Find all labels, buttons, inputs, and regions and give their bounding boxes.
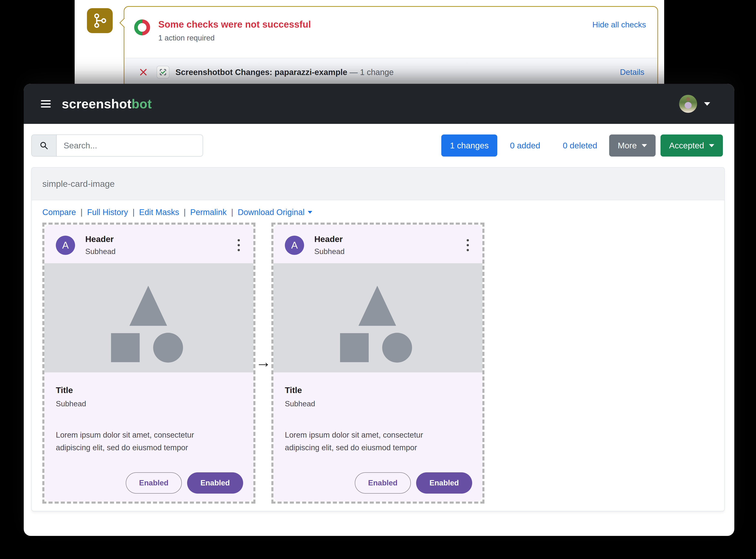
enabled-filled-button: Enabled [187,472,243,494]
three-dot-menu-icon [238,239,240,251]
screenshot-frame-glyph [159,68,167,76]
status-donut-icon [134,19,150,35]
triangle-shape [359,286,396,326]
more-caret-icon [642,144,647,147]
brand-logo-white: screenshot [62,97,131,111]
download-original-link[interactable]: Download Original [238,208,305,217]
comparison-row: A Header Subhead [42,223,714,504]
accepted-button-label: Accepted [669,141,704,151]
triangle-shape [129,286,167,326]
screenshot-before[interactable]: A Header Subhead [42,223,255,504]
card-header-subhead: Subhead [314,247,345,256]
accepted-caret-icon [709,144,714,147]
card-header: A Header Subhead [44,225,253,263]
card-header-subhead: Subhead [85,247,115,256]
search-icon [32,135,57,156]
change-arrow-icon: → [255,353,272,371]
search-input[interactable] [57,135,203,156]
navbar-user-menu[interactable] [679,95,710,113]
more-button-label: More [618,141,637,151]
status-texts: Some checks were not successful 1 action… [158,19,311,42]
card-header-title: Header [314,234,345,244]
brand-logo[interactable]: screenshotbot [62,96,152,111]
x-icon [139,67,148,77]
card-subhead: Subhead [285,400,472,408]
git-branch-glyph [92,13,107,29]
details-link[interactable]: Details [620,68,644,77]
square-shape [111,333,140,362]
toolbar: 1 changes 0 added 0 deleted More Accepte… [24,134,734,157]
edit-masks-link[interactable]: Edit Masks [139,208,179,217]
download-caret-icon [308,211,312,214]
user-menu-caret-icon [704,102,710,106]
enabled-outlined-button: Enabled [126,472,182,494]
card-actions: Enabled Enabled [285,472,472,494]
enabled-filled-button: Enabled [416,472,472,494]
screenshot-after[interactable]: A Header Subhead [272,223,484,504]
checks-status-title: Some checks were not successful [158,19,311,29]
card-avatar: A [56,236,75,255]
card-text: Lorem ipsum dolor sit amet, consectetura… [56,429,243,454]
hide-all-checks-link[interactable]: Hide all checks [592,20,646,29]
github-checks-banner: Some checks were not successful 1 action… [74,0,664,86]
screenshot-panel-body: Compare| Full History| Edit Masks| Perma… [32,200,724,504]
screenshot-name-header: simple-card-image [32,167,724,200]
brand-logo-green: bot [131,97,152,111]
navbar: screenshotbot [24,84,734,124]
permalink-link[interactable]: Permalink [190,208,226,217]
card-title: Title [56,385,243,395]
enabled-outlined-button: Enabled [355,472,411,494]
card-header-texts: Header Subhead [314,234,345,256]
full-history-link[interactable]: Full History [87,208,128,217]
check-row: Screenshotbot Changes: paparazzi-example… [124,58,657,86]
card-text-line2: adipiscing elit, sed do eiusmod tempor [56,443,188,452]
more-button[interactable]: More [609,134,655,157]
material-card: A Header Subhead [44,225,253,501]
square-shape [340,333,369,362]
added-link[interactable]: 0 added [510,141,540,151]
three-dot-menu-icon [467,239,469,251]
desktop-background: Some checks were not successful 1 action… [0,0,756,559]
action-links-row: Compare| Full History| Edit Masks| Perma… [42,208,714,217]
compare-link[interactable]: Compare [42,208,76,217]
link-separator: | [132,208,134,217]
card-header: A Header Subhead [274,225,482,263]
card-body: Title Subhead Lorem ipsum dolor sit amet… [274,373,482,494]
card-text: Lorem ipsum dolor sit amet, consectetura… [285,429,472,454]
screenshot-name: simple-card-image [42,179,115,189]
card-text-line2: adipiscing elit, sed do eiusmod tempor [285,443,417,452]
changes-button[interactable]: 1 changes [441,134,497,157]
placeholder-image [44,263,253,373]
material-card: A Header Subhead [274,225,482,501]
card-text-line1: Lorem ipsum dolor sit amet, consectetur [285,431,423,439]
card-actions: Enabled Enabled [56,472,243,494]
card-body: Title Subhead Lorem ipsum dolor sit amet… [44,373,253,494]
hamburger-menu-icon[interactable] [41,100,51,108]
link-separator: | [81,208,83,217]
screenshotbot-check-icon [157,66,169,79]
screenshotbot-window: screenshotbot 1 changes 0 added 0 delete… [24,84,734,536]
git-branch-icon [87,8,113,33]
card-avatar: A [285,236,304,255]
card-header-texts: Header Subhead [85,234,115,256]
circle-shape [382,333,412,363]
check-change-count: — 1 change [349,68,394,77]
accepted-button[interactable]: Accepted [661,134,723,157]
placeholder-image [274,263,482,373]
link-separator: | [183,208,186,217]
card-title: Title [285,385,472,395]
card-text-line1: Lorem ipsum dolor sit amet, consectetur [56,431,194,439]
search-group [31,134,203,157]
checks-status-subtitle: 1 action required [158,34,311,42]
card-header-title: Header [85,234,115,244]
check-name: Screenshotbot Changes: paparazzi-example… [175,68,394,77]
screenshot-panel: simple-card-image Compare| Full History|… [31,167,725,511]
card-subhead: Subhead [56,400,243,408]
link-separator: | [231,208,233,217]
check-name-bold: Screenshotbot Changes: paparazzi-example [175,68,347,77]
checks-status-row: Some checks were not successful 1 action… [124,7,657,42]
checks-callout: Some checks were not successful 1 action… [124,6,658,86]
deleted-link[interactable]: 0 deleted [563,141,597,151]
circle-shape [153,333,183,363]
user-avatar[interactable] [679,95,697,113]
